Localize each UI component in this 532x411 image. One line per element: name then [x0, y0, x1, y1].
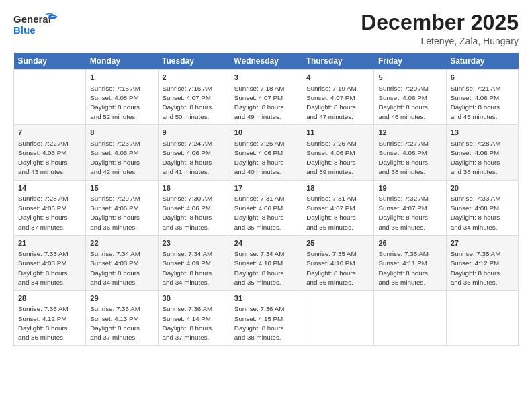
day-number: 19 — [378, 183, 441, 193]
day-number: 6 — [451, 73, 514, 83]
day-number: 26 — [378, 238, 441, 248]
calendar-cell: 7Sunrise: 7:22 AM Sunset: 4:06 PM Daylig… — [14, 125, 86, 180]
calendar-cell: 6Sunrise: 7:21 AM Sunset: 4:06 PM Daylig… — [446, 70, 518, 125]
week-row-1: 7Sunrise: 7:22 AM Sunset: 4:06 PM Daylig… — [14, 125, 519, 180]
day-number: 25 — [306, 238, 369, 248]
calendar-cell — [14, 70, 86, 125]
title-block: December 2025 Letenye, Zala, Hungary — [361, 11, 519, 46]
cell-content: Sunrise: 7:20 AM Sunset: 4:06 PM Dayligh… — [378, 84, 441, 122]
day-number: 21 — [18, 238, 81, 248]
calendar-cell: 10Sunrise: 7:25 AM Sunset: 4:06 PM Dayli… — [230, 125, 302, 180]
cell-content: Sunrise: 7:35 AM Sunset: 4:10 PM Dayligh… — [306, 249, 369, 287]
cell-content: Sunrise: 7:28 AM Sunset: 4:06 PM Dayligh… — [18, 194, 81, 232]
calendar-cell: 5Sunrise: 7:20 AM Sunset: 4:06 PM Daylig… — [374, 70, 446, 125]
calendar-cell — [302, 291, 374, 346]
day-number: 5 — [378, 73, 441, 83]
cell-content: Sunrise: 7:28 AM Sunset: 4:06 PM Dayligh… — [451, 139, 514, 177]
day-number: 13 — [451, 128, 514, 138]
location-title: Letenye, Zala, Hungary — [361, 36, 519, 46]
week-row-3: 21Sunrise: 7:33 AM Sunset: 4:08 PM Dayli… — [14, 235, 519, 290]
calendar-cell: 24Sunrise: 7:34 AM Sunset: 4:10 PM Dayli… — [230, 235, 302, 290]
cell-content: Sunrise: 7:31 AM Sunset: 4:06 PM Dayligh… — [234, 194, 298, 232]
cell-content: Sunrise: 7:25 AM Sunset: 4:06 PM Dayligh… — [234, 139, 298, 177]
calendar-cell: 12Sunrise: 7:27 AM Sunset: 4:06 PM Dayli… — [374, 125, 446, 180]
day-number: 4 — [306, 73, 369, 83]
cell-content: Sunrise: 7:23 AM Sunset: 4:06 PM Dayligh… — [90, 139, 153, 177]
cell-content: Sunrise: 7:19 AM Sunset: 4:07 PM Dayligh… — [306, 84, 369, 122]
cell-content: Sunrise: 7:30 AM Sunset: 4:06 PM Dayligh… — [163, 194, 226, 232]
svg-text:General: General — [13, 13, 51, 25]
cell-content: Sunrise: 7:26 AM Sunset: 4:06 PM Dayligh… — [306, 139, 369, 177]
calendar-cell: 31Sunrise: 7:36 AM Sunset: 4:15 PM Dayli… — [230, 291, 302, 346]
cell-content: Sunrise: 7:36 AM Sunset: 4:12 PM Dayligh… — [18, 304, 81, 342]
day-number: 18 — [306, 183, 369, 193]
cell-content: Sunrise: 7:29 AM Sunset: 4:06 PM Dayligh… — [90, 194, 153, 232]
calendar-cell: 8Sunrise: 7:23 AM Sunset: 4:06 PM Daylig… — [86, 125, 158, 180]
day-number: 31 — [234, 293, 298, 304]
calendar-cell: 17Sunrise: 7:31 AM Sunset: 4:06 PM Dayli… — [230, 180, 302, 235]
th-monday: Monday — [86, 53, 158, 70]
cell-content: Sunrise: 7:34 AM Sunset: 4:08 PM Dayligh… — [90, 249, 153, 287]
th-thursday: Thursday — [302, 53, 374, 70]
calendar-cell: 18Sunrise: 7:31 AM Sunset: 4:07 PM Dayli… — [302, 180, 374, 235]
day-number: 16 — [163, 183, 226, 193]
calendar-cell: 28Sunrise: 7:36 AM Sunset: 4:12 PM Dayli… — [14, 291, 86, 346]
header-row: Sunday Monday Tuesday Wednesday Thursday… — [14, 53, 519, 70]
calendar-cell: 21Sunrise: 7:33 AM Sunset: 4:08 PM Dayli… — [14, 235, 86, 290]
th-sunday: Sunday — [14, 53, 86, 70]
calendar-cell: 3Sunrise: 7:18 AM Sunset: 4:07 PM Daylig… — [230, 70, 302, 125]
day-number: 17 — [234, 183, 298, 193]
cell-content: Sunrise: 7:27 AM Sunset: 4:06 PM Dayligh… — [378, 139, 441, 177]
week-row-4: 28Sunrise: 7:36 AM Sunset: 4:12 PM Dayli… — [14, 291, 519, 346]
calendar-cell: 26Sunrise: 7:35 AM Sunset: 4:11 PM Dayli… — [374, 235, 446, 290]
calendar-cell: 15Sunrise: 7:29 AM Sunset: 4:06 PM Dayli… — [86, 180, 158, 235]
calendar-table: Sunday Monday Tuesday Wednesday Thursday… — [13, 53, 519, 346]
day-number: 23 — [163, 238, 226, 248]
calendar-cell: 1Sunrise: 7:15 AM Sunset: 4:08 PM Daylig… — [86, 70, 158, 125]
day-number: 7 — [18, 128, 81, 138]
th-friday: Friday — [374, 53, 446, 70]
logo-block: General Blue — [13, 11, 60, 43]
calendar-cell: 30Sunrise: 7:36 AM Sunset: 4:14 PM Dayli… — [158, 291, 230, 346]
logo-svg: General Blue — [13, 11, 60, 40]
day-number: 30 — [163, 293, 226, 304]
day-number: 24 — [234, 238, 298, 248]
calendar-cell: 4Sunrise: 7:19 AM Sunset: 4:07 PM Daylig… — [302, 70, 374, 125]
day-number: 22 — [90, 238, 153, 248]
day-number: 10 — [234, 128, 298, 138]
th-saturday: Saturday — [446, 53, 518, 70]
day-number: 3 — [234, 73, 298, 83]
day-number: 8 — [90, 128, 153, 138]
th-wednesday: Wednesday — [230, 53, 302, 70]
calendar-cell: 29Sunrise: 7:36 AM Sunset: 4:13 PM Dayli… — [86, 291, 158, 346]
calendar-cell — [446, 291, 518, 346]
calendar-cell: 11Sunrise: 7:26 AM Sunset: 4:06 PM Dayli… — [302, 125, 374, 180]
cell-content: Sunrise: 7:34 AM Sunset: 4:09 PM Dayligh… — [163, 249, 226, 287]
month-title: December 2025 — [361, 11, 519, 34]
header: General Blue December 2025 Letenye, Zala… — [13, 11, 519, 46]
calendar-cell: 27Sunrise: 7:35 AM Sunset: 4:12 PM Dayli… — [446, 235, 518, 290]
th-tuesday: Tuesday — [158, 53, 230, 70]
cell-content: Sunrise: 7:36 AM Sunset: 4:15 PM Dayligh… — [234, 304, 298, 342]
day-number: 12 — [378, 128, 441, 138]
page: General Blue December 2025 Letenye, Zala… — [0, 0, 532, 411]
cell-content: Sunrise: 7:33 AM Sunset: 4:08 PM Dayligh… — [18, 249, 81, 287]
cell-content: Sunrise: 7:33 AM Sunset: 4:08 PM Dayligh… — [451, 194, 514, 232]
calendar-cell: 16Sunrise: 7:30 AM Sunset: 4:06 PM Dayli… — [158, 180, 230, 235]
cell-content: Sunrise: 7:32 AM Sunset: 4:07 PM Dayligh… — [378, 194, 441, 232]
day-number: 1 — [90, 73, 153, 83]
day-number: 11 — [306, 128, 369, 138]
logo: General Blue — [13, 11, 60, 43]
calendar-cell: 2Sunrise: 7:16 AM Sunset: 4:07 PM Daylig… — [158, 70, 230, 125]
cell-content: Sunrise: 7:15 AM Sunset: 4:08 PM Dayligh… — [90, 84, 153, 122]
cell-content: Sunrise: 7:21 AM Sunset: 4:06 PM Dayligh… — [451, 84, 514, 122]
cell-content: Sunrise: 7:35 AM Sunset: 4:12 PM Dayligh… — [451, 249, 514, 287]
calendar-cell: 23Sunrise: 7:34 AM Sunset: 4:09 PM Dayli… — [158, 235, 230, 290]
cell-content: Sunrise: 7:35 AM Sunset: 4:11 PM Dayligh… — [378, 249, 441, 287]
calendar-cell: 20Sunrise: 7:33 AM Sunset: 4:08 PM Dayli… — [446, 180, 518, 235]
day-number: 15 — [90, 183, 153, 193]
day-number: 2 — [163, 73, 226, 83]
day-number: 9 — [163, 128, 226, 138]
day-number: 27 — [451, 238, 514, 248]
cell-content: Sunrise: 7:36 AM Sunset: 4:13 PM Dayligh… — [90, 304, 153, 342]
